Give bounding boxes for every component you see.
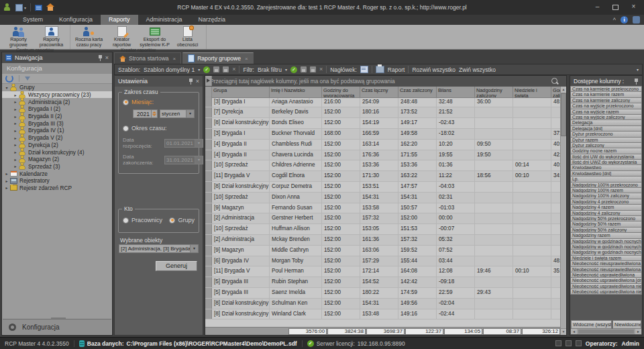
ribbon-tab[interactable]: Narzędzia <box>191 15 234 25</box>
report-button[interactable]: Raport <box>388 66 405 73</box>
chevron-down-icon[interactable]: ▾ <box>186 110 194 117</box>
selected-objects-select[interactable]: [2] Administracja, [3] Brygada I, [4] Br… <box>119 244 199 253</box>
ribbon-button[interactable]: Raporty pracownika <box>35 26 68 47</box>
close-icon[interactable]: × <box>196 79 199 85</box>
database-label: Baza danych: <box>87 340 124 347</box>
scroll-left-icon[interactable]: ◄ <box>571 329 577 334</box>
template-dropdown[interactable]: Szablon domyślny 1 <box>144 66 195 73</box>
toolbar-overflow-icon[interactable]: ▾ <box>637 67 639 72</box>
close-icon[interactable]: × <box>105 55 109 61</box>
column-header-bilans[interactable]: Bilans <box>437 87 475 98</box>
ribbon-tab[interactable]: System <box>15 15 51 25</box>
summary-row: 3576:003824:383698:37122:37134:0508:3732… <box>205 327 560 335</box>
ribbon-button[interactable]: Eksport do systemów K-P <box>138 26 171 47</box>
ribbon-tab[interactable]: Administracja <box>138 15 191 25</box>
scrollbar-thumb[interactable] <box>561 93 566 136</box>
save-template-icon[interactable] <box>213 66 219 72</box>
info-icon[interactable]: i <box>621 16 628 23</box>
table-icon[interactable] <box>35 5 42 11</box>
search-icon[interactable] <box>551 78 557 84</box>
chevron-down-icon[interactable]: ▾ <box>190 245 198 252</box>
column-header-imie-nazwisko[interactable]: Imię i Nazwisko <box>270 87 322 98</box>
filter-icon[interactable] <box>25 77 30 81</box>
column-header-grupa[interactable]: Grupa <box>212 87 270 98</box>
year-spin-arrows[interactable] <box>152 109 158 118</box>
vertical-scrollbar[interactable]: ▲ ▼ <box>560 87 566 335</box>
invisible-columns-button[interactable]: Niewidoczne (wszys <box>612 320 641 329</box>
pin-icon[interactable] <box>634 79 639 85</box>
ribbon-button[interactable]: Lista obecności <box>171 26 204 47</box>
column-header-godziny-do-wypracowania[interactable]: Godziny do wypracowania <box>322 87 360 98</box>
column-header-niedziele-swieta-zaliczony[interactable]: Niedziele i święta zaliczony <box>513 87 551 98</box>
chevron-down-icon[interactable]: ▾ <box>24 5 26 10</box>
apply-filter-icon[interactable]: ✓ <box>290 66 297 73</box>
pin-icon[interactable] <box>189 79 193 85</box>
ribbon-button[interactable]: Kreator raportów <box>105 26 138 47</box>
available-columns-panel: Dostępne kolumny : Czas na karmienie prz… <box>570 75 643 336</box>
save-template-as-icon[interactable] <box>223 66 229 72</box>
delete-filter-icon[interactable]: × <box>319 66 323 72</box>
pin-icon[interactable] <box>98 55 103 61</box>
column-header-czas-zaliczony[interactable]: Czas zaliczony <box>398 87 437 98</box>
year-stepper[interactable]: 2021 <box>133 109 158 118</box>
horizontal-scrollbar[interactable]: ◄ ► <box>571 329 641 334</box>
ribbon-tab[interactable]: Raporty <box>101 15 138 25</box>
column-header-nadgodziny-zaliczony[interactable]: Nadgodziny zaliczony <box>475 87 513 98</box>
panel-toggle-icon[interactable] <box>576 340 582 346</box>
generate-button[interactable]: Generuj <box>156 261 197 271</box>
filter-dropdown[interactable]: Brak filtru <box>258 66 282 73</box>
help-icon[interactable] <box>633 16 640 23</box>
tab-raporty-grupowe[interactable]: Raporty grupowe × <box>182 52 253 64</box>
groups-radio[interactable] <box>169 217 175 223</box>
scroll-up-icon[interactable]: ▲ <box>561 87 566 93</box>
close-button[interactable]: × <box>625 0 643 15</box>
ribbon-button[interactable]: Roczna karta czasu pracy <box>72 26 105 47</box>
ribbon-button-icon <box>117 26 127 37</box>
navigation-title: Nawigacja <box>15 54 43 61</box>
group-by-bar[interactable]: Przeciągnij tutaj nagłówek kolumny, jeśl… <box>205 76 566 87</box>
column-header-godziny-nocne-zaliczony[interactable]: Godziny nocne zaliczony <box>551 87 560 98</box>
save-filter-as-icon[interactable] <box>310 66 316 72</box>
chevron-down-icon[interactable]: ▾ <box>285 67 287 72</box>
ribbon-tab[interactable]: Konfiguracja <box>51 15 101 25</box>
scrollbar-thumb[interactable] <box>578 330 634 334</box>
minimize-button[interactable]: – <box>588 0 606 15</box>
user-icon[interactable] <box>3 3 11 11</box>
refresh-icon[interactable] <box>5 74 13 83</box>
collapse-all-button[interactable]: Zwiń wszystko <box>459 66 496 73</box>
edit-header-icon[interactable] <box>360 66 368 73</box>
save-filter-icon[interactable] <box>301 66 307 72</box>
collapse-ribbon-icon[interactable]: ^ <box>613 17 616 23</box>
apply-template-icon[interactable]: ✓ <box>203 66 210 73</box>
year-value[interactable]: 2021 <box>133 109 152 118</box>
scroll-down-icon[interactable]: ▼ <box>561 328 566 335</box>
spin-up-icon[interactable] <box>152 111 156 113</box>
period-radio[interactable] <box>123 126 129 132</box>
panel-toggle-icon[interactable] <box>566 340 572 346</box>
start-date-field[interactable]: 01.01.2021 ▾ <box>164 139 203 148</box>
visible-columns-button[interactable]: Widoczne (wszystkie) <box>571 320 612 329</box>
ribbon-group-report-wizard: Roczna karta czasu pracy Kreator raportó… <box>70 25 207 49</box>
month-radio[interactable] <box>123 99 129 105</box>
expand-all-button[interactable]: Rozwiń wszystko <box>412 66 455 73</box>
configuration-button[interactable]: Konfiguracja <box>3 319 111 334</box>
tab-strona-startowa[interactable]: Strona startowa × <box>114 52 181 64</box>
close-icon[interactable]: × <box>245 56 248 62</box>
printer-icon[interactable] <box>376 66 384 73</box>
scroll-right-icon[interactable]: ► <box>635 329 641 334</box>
delete-template-icon[interactable]: × <box>232 66 235 72</box>
panel-toggle-icon[interactable] <box>555 340 561 346</box>
spin-down-icon[interactable] <box>152 114 156 116</box>
license-value: 192.168.0.95:8890 <box>358 340 405 347</box>
month-select[interactable]: styczeń ▾ <box>160 109 195 118</box>
home-icon[interactable] <box>46 3 54 11</box>
maximize-button[interactable] <box>606 0 625 15</box>
ribbon-button[interactable]: Raporty grupowe <box>2 26 35 47</box>
export-icon[interactable] <box>15 4 23 11</box>
column-header-czas-laczny[interactable]: Czas łączny <box>360 87 398 98</box>
employees-radio[interactable] <box>123 217 129 223</box>
close-icon[interactable]: × <box>173 56 176 62</box>
chevron-down-icon[interactable]: ▾ <box>198 67 200 72</box>
end-date-field[interactable]: 31.01.2021 ▾ <box>164 156 203 164</box>
ribbon-button-label-line2: grupowe <box>9 42 28 48</box>
